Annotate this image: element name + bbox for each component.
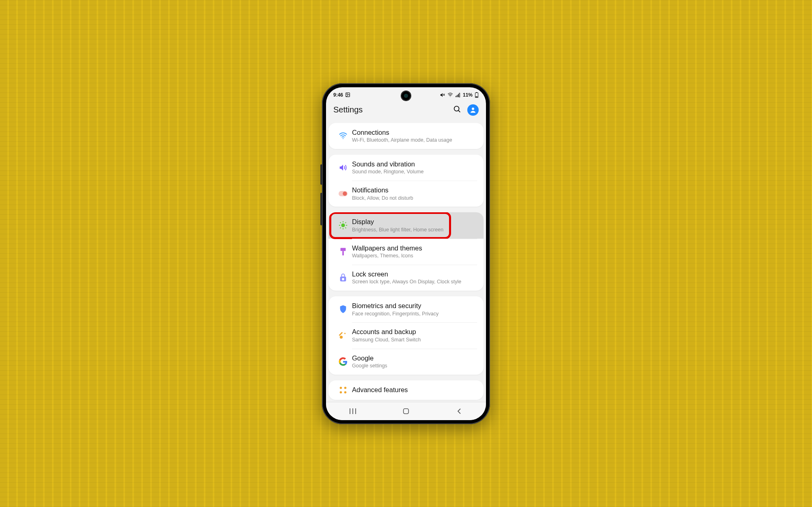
settings-row-subtitle: Brightness, Blue light filter, Home scre… <box>352 227 477 233</box>
shield-icon <box>334 305 352 314</box>
battery-icon <box>475 92 479 98</box>
status-battery: 11% <box>463 92 473 98</box>
adv-icon <box>334 386 352 395</box>
back-icon <box>456 408 462 414</box>
settings-row-display[interactable]: DisplayBrightness, Blue light filter, Ho… <box>328 212 484 238</box>
system-nav-bar <box>326 402 486 420</box>
settings-row-subtitle: Wi-Fi, Bluetooth, Airplane mode, Data us… <box>352 137 477 144</box>
sun-icon <box>334 221 352 230</box>
signal-icon <box>455 92 461 98</box>
sound-icon <box>334 163 352 172</box>
svg-point-15 <box>343 138 343 139</box>
svg-line-13 <box>458 110 460 112</box>
svg-point-31 <box>340 336 343 339</box>
settings-row-biometrics[interactable]: Biometrics and securityFace recognition,… <box>328 296 484 322</box>
settings-card: DisplayBrightness, Blue light filter, Ho… <box>328 212 484 291</box>
settings-row-title: Lock screen <box>352 270 477 278</box>
settings-row-title: Advanced features <box>352 386 477 394</box>
search-button[interactable] <box>453 105 462 115</box>
settings-row-title: Google <box>352 354 477 362</box>
profile-button[interactable] <box>467 104 479 116</box>
wifi-icon <box>447 92 453 98</box>
settings-row-sounds[interactable]: Sounds and vibrationSound mode, Ringtone… <box>328 155 484 181</box>
home-icon <box>402 408 410 415</box>
search-icon <box>453 105 462 114</box>
svg-rect-6 <box>457 95 458 97</box>
settings-row-title: Connections <box>352 128 477 137</box>
person-icon <box>469 106 477 114</box>
settings-card: Sounds and vibrationSound mode, Ringtone… <box>328 155 484 207</box>
settings-row-wallpapers[interactable]: Wallpapers and themesWallpapers, Themes,… <box>328 239 484 265</box>
settings-row-title: Sounds and vibration <box>352 160 477 168</box>
settings-row-title: Display <box>352 218 477 226</box>
camera-cutout <box>402 91 410 100</box>
mute-icon <box>440 92 445 98</box>
svg-line-23 <box>340 222 341 223</box>
notif-icon <box>334 190 352 197</box>
back-button[interactable] <box>453 405 465 417</box>
svg-rect-27 <box>341 248 346 250</box>
phone-frame: 9:46 11% Settings ConnectionsWi-Fi, Blue… <box>322 83 490 424</box>
settings-row-subtitle: Wallpapers, Themes, Icons <box>352 253 477 259</box>
svg-rect-30 <box>342 278 344 280</box>
settings-row-subtitle: Face recognition, Fingerprints, Privacy <box>352 311 477 317</box>
svg-line-26 <box>346 222 346 223</box>
key-icon <box>334 331 352 340</box>
settings-row-title: Notifications <box>352 186 477 194</box>
svg-line-25 <box>340 228 341 229</box>
lock-icon <box>334 273 352 282</box>
settings-row-notifications[interactable]: NotificationsBlock, Allow, Do not distur… <box>328 181 484 207</box>
svg-rect-28 <box>342 251 344 255</box>
settings-card: ConnectionsWi-Fi, Bluetooth, Airplane mo… <box>328 123 484 149</box>
svg-rect-5 <box>456 96 456 97</box>
settings-card: Advanced features <box>328 380 484 400</box>
svg-rect-33 <box>344 333 346 334</box>
settings-row-subtitle: Sound mode, Ringtone, Volume <box>352 169 477 175</box>
google-icon <box>334 357 352 366</box>
settings-row-connections[interactable]: ConnectionsWi-Fi, Bluetooth, Airplane mo… <box>328 123 484 149</box>
svg-point-37 <box>344 391 347 394</box>
svg-point-36 <box>340 391 342 394</box>
page-title: Settings <box>333 105 363 114</box>
picture-icon <box>345 92 350 97</box>
recents-button[interactable] <box>347 405 359 417</box>
svg-point-1 <box>347 94 348 95</box>
svg-point-34 <box>340 387 342 389</box>
settings-row-subtitle: Google settings <box>352 363 477 369</box>
settings-row-google[interactable]: GoogleGoogle settings <box>328 349 484 375</box>
wifi-icon <box>334 132 352 140</box>
status-time: 9:46 <box>333 92 343 98</box>
brush-icon <box>334 247 352 256</box>
settings-row-subtitle: Block, Allow, Do not disturb <box>352 195 477 202</box>
svg-point-14 <box>472 108 474 110</box>
svg-point-4 <box>450 96 450 97</box>
svg-rect-32 <box>339 332 343 336</box>
settings-row-lock[interactable]: Lock screenScreen lock type, Always On D… <box>328 265 484 291</box>
settings-row-advanced[interactable]: Advanced features <box>328 380 484 400</box>
settings-row-title: Wallpapers and themes <box>352 244 477 252</box>
app-bar: Settings <box>326 102 486 123</box>
settings-list[interactable]: ConnectionsWi-Fi, Bluetooth, Airplane mo… <box>326 123 486 402</box>
svg-point-35 <box>344 387 347 389</box>
svg-rect-41 <box>404 408 409 414</box>
home-button[interactable] <box>400 405 412 417</box>
settings-card: Biometrics and securityFace recognition,… <box>328 296 484 375</box>
svg-point-12 <box>454 106 459 111</box>
settings-row-subtitle: Samsung Cloud, Smart Switch <box>352 337 477 343</box>
recents-icon <box>349 408 357 414</box>
svg-line-24 <box>346 228 346 229</box>
settings-row-subtitle: Screen lock type, Always On Display, Clo… <box>352 279 477 285</box>
svg-point-18 <box>341 224 345 227</box>
settings-row-accounts[interactable]: Accounts and backupSamsung Cloud, Smart … <box>328 322 484 348</box>
settings-row-title: Biometrics and security <box>352 302 477 310</box>
phone-screen: 9:46 11% Settings ConnectionsWi-Fi, Blue… <box>326 87 486 420</box>
svg-point-17 <box>343 192 347 196</box>
svg-rect-8 <box>459 93 460 97</box>
svg-rect-7 <box>458 94 459 97</box>
settings-row-title: Accounts and backup <box>352 328 477 336</box>
svg-rect-11 <box>476 96 478 97</box>
